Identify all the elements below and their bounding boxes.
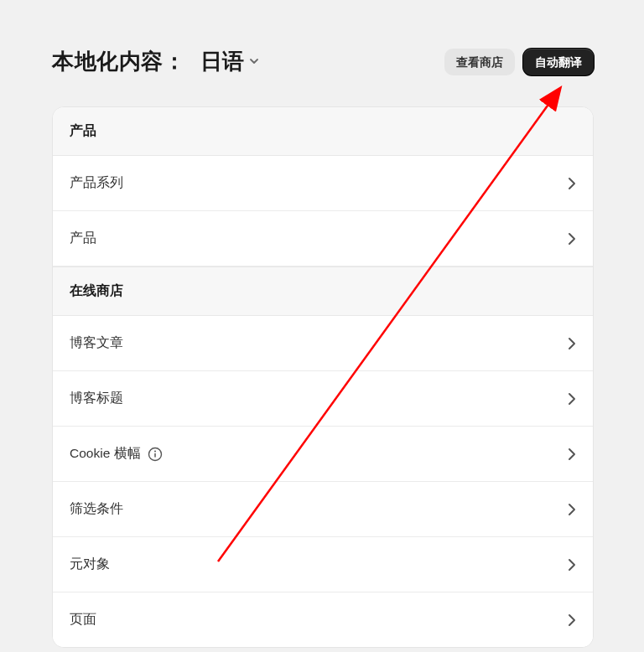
row-pages[interactable]: 页面 bbox=[53, 592, 593, 647]
row-label: 产品系列 bbox=[70, 174, 123, 192]
chevron-right-icon bbox=[568, 177, 576, 190]
row-label: 页面 bbox=[70, 611, 96, 629]
svg-point-1 bbox=[154, 450, 156, 452]
row-label: 筛选条件 bbox=[70, 500, 123, 518]
row-label: 元对象 bbox=[70, 556, 110, 573]
row-blog-posts[interactable]: 博客文章 bbox=[53, 316, 593, 371]
page-header: 本地化内容： 日语 查看商店 自动翻译 bbox=[52, 47, 594, 76]
chevron-right-icon bbox=[568, 558, 576, 572]
info-icon[interactable] bbox=[148, 447, 163, 462]
row-products[interactable]: 产品 bbox=[53, 211, 593, 266]
row-blog-titles[interactable]: 博客标题 bbox=[53, 371, 593, 427]
row-cookie-banner[interactable]: Cookie 横幅 bbox=[53, 427, 593, 482]
row-label: Cookie 横幅 bbox=[70, 445, 141, 463]
row-filters[interactable]: 筛选条件 bbox=[53, 482, 593, 537]
page-title: 本地化内容： bbox=[52, 47, 185, 76]
title-group: 本地化内容： 日语 bbox=[52, 47, 261, 76]
chevron-right-icon bbox=[568, 503, 576, 516]
section-header-online-store: 在线商店 bbox=[53, 266, 593, 316]
content-card: 产品 产品系列 产品 在线商店 博客文章 bbox=[52, 106, 594, 648]
chevron-down-icon bbox=[249, 56, 261, 68]
section-header-products: 产品 bbox=[53, 107, 593, 156]
auto-translate-button[interactable]: 自动翻译 bbox=[523, 49, 594, 75]
row-product-collections[interactable]: 产品系列 bbox=[53, 156, 593, 211]
chevron-right-icon bbox=[568, 613, 576, 627]
row-label: 博客标题 bbox=[70, 390, 123, 407]
language-selector[interactable]: 日语 bbox=[194, 47, 261, 76]
row-label: 博客文章 bbox=[70, 334, 123, 352]
view-store-button[interactable]: 查看商店 bbox=[444, 49, 515, 75]
row-label: 产品 bbox=[70, 230, 96, 247]
chevron-right-icon bbox=[568, 392, 576, 406]
chevron-right-icon bbox=[568, 448, 576, 461]
header-actions: 查看商店 自动翻译 bbox=[444, 49, 594, 75]
language-label: 日语 bbox=[200, 47, 244, 76]
chevron-right-icon bbox=[568, 232, 576, 246]
svg-rect-2 bbox=[154, 453, 156, 457]
chevron-right-icon bbox=[568, 337, 576, 350]
row-metaobjects[interactable]: 元对象 bbox=[53, 537, 593, 592]
